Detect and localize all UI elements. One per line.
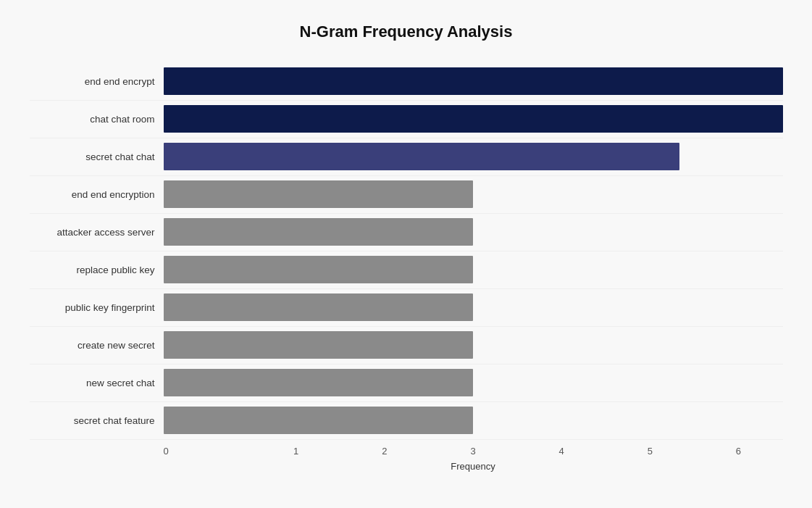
bar-row: new secret chat xyxy=(30,365,783,402)
bar-fill xyxy=(164,67,783,95)
bar-row: public key fingerprint xyxy=(30,289,783,327)
bar-row: create new secret xyxy=(30,327,783,365)
bar-row: replace public key xyxy=(30,251,783,289)
bar-fill xyxy=(164,331,474,359)
x-axis: 0123456 xyxy=(164,446,783,457)
chart-title: N-Gram Frequency Analysis xyxy=(30,22,783,41)
bar-track xyxy=(164,180,783,208)
bar-row: secret chat chat xyxy=(30,138,783,176)
bar-row: secret chat feature xyxy=(30,402,783,440)
x-tick: 1 xyxy=(252,446,340,457)
bar-fill xyxy=(164,369,474,396)
bar-label: secret chat feature xyxy=(30,415,164,426)
bar-label: new secret chat xyxy=(30,378,164,388)
bar-label: attacker access server xyxy=(30,227,164,238)
bar-label: chat chat room xyxy=(30,114,164,125)
bar-row: end end encrypt xyxy=(30,63,783,101)
bar-row: end end encryption xyxy=(30,176,783,214)
bar-fill xyxy=(164,105,783,133)
bar-track xyxy=(164,407,783,434)
x-tick: 4 xyxy=(517,446,606,457)
bar-track xyxy=(164,218,783,246)
x-tick: 6 xyxy=(694,446,782,457)
x-axis-label: Frequency xyxy=(164,461,783,472)
bar-label: end end encryption xyxy=(30,189,164,200)
bar-track xyxy=(164,143,783,170)
bar-track xyxy=(164,293,783,321)
bar-fill xyxy=(164,143,680,170)
bar-fill xyxy=(164,218,474,246)
chart-area: end end encryptchat chat roomsecret chat… xyxy=(30,63,783,440)
bar-label: secret chat chat xyxy=(30,151,164,162)
x-tick: 5 xyxy=(606,446,694,457)
bar-fill xyxy=(164,256,474,283)
bar-fill xyxy=(164,180,474,208)
bar-label: replace public key xyxy=(30,265,164,275)
bar-fill xyxy=(164,407,474,434)
bar-row: chat chat room xyxy=(30,101,783,138)
bar-label: end end encrypt xyxy=(30,76,164,87)
bar-track xyxy=(164,369,783,396)
bar-track xyxy=(164,256,783,283)
bar-track xyxy=(164,331,783,359)
bar-fill xyxy=(164,293,474,321)
bar-track xyxy=(164,67,783,95)
bar-label: public key fingerprint xyxy=(30,302,164,313)
x-tick: 3 xyxy=(429,446,517,457)
chart-container: N-Gram Frequency Analysis end end encryp… xyxy=(15,1,798,508)
bar-row: attacker access server xyxy=(30,214,783,251)
bar-label: create new secret xyxy=(30,340,164,351)
x-tick: 2 xyxy=(340,446,429,457)
x-tick: 0 xyxy=(164,446,252,457)
bar-track xyxy=(164,105,783,133)
